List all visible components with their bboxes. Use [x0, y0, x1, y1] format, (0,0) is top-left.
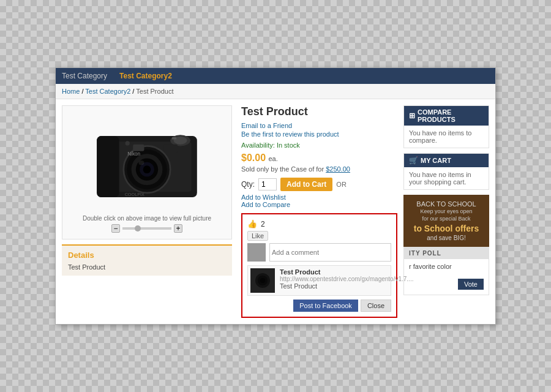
bts-line1: BACK TO SCHOOL [408, 200, 484, 208]
nav-item-category1[interactable]: Test Category [62, 72, 107, 80]
bts-line5: and save BIG! [408, 234, 484, 242]
content-area: Nikon COOLPIX Double click on above imag… [56, 99, 495, 324]
browser-window: Test Category Test Category2 Home / Test… [55, 67, 496, 325]
fb-buttons: Post to Facebook Close [247, 300, 391, 312]
svg-point-17 [126, 141, 130, 145]
close-button[interactable]: Close [361, 300, 391, 312]
cart-body: You have no items in your shopping cart. [404, 167, 489, 189]
product-image-area: Nikon COOLPIX Double click on above imag… [62, 105, 232, 239]
sidebar: ⊞ COMPARE PRODUCTS You have no items to … [403, 105, 489, 318]
vote-button[interactable]: Vote [458, 279, 484, 290]
zoom-out-btn[interactable]: − [111, 224, 120, 233]
poll-body: r favorite color [404, 259, 489, 274]
zoom-in-btn[interactable]: + [174, 224, 182, 233]
review-link[interactable]: Be the first to review this product [241, 130, 397, 138]
qty-input[interactable] [258, 178, 277, 190]
compare-body: You have no items to compare. [404, 126, 489, 148]
qty-label: Qty: [241, 180, 255, 189]
cart-header: 🛒 MY CART [404, 154, 489, 167]
svg-rect-2 [97, 136, 119, 197]
nav-bar: Test Category Test Category2 [56, 68, 495, 84]
compare-widget: ⊞ COMPARE PRODUCTS You have no items to … [403, 105, 489, 148]
back-to-school-banner: BACK TO SCHOOL Keep your eyes open for o… [403, 195, 489, 247]
compare-title: COMPARE PRODUCTS [418, 108, 484, 123]
details-section: Details Test Product [62, 244, 232, 276]
like-btn-row: Like [247, 231, 391, 241]
availability-value: In stock [277, 141, 300, 149]
email-friend-link[interactable]: Email to a Friend [241, 122, 397, 129]
comment-input[interactable] [269, 243, 391, 262]
availability: Availability: In stock [241, 141, 397, 149]
like-button[interactable]: Like [247, 231, 268, 241]
breadcrumb-home[interactable]: Home [62, 88, 80, 95]
breadcrumb: Home / Test Category2 / Test Product [56, 84, 495, 99]
or-text: OR [336, 181, 347, 188]
like-row: 👍 2 [247, 219, 391, 228]
poll-header: ITY POLL [404, 247, 489, 259]
preview-url: http://www.opentestdrive.com/gx/magento/… [280, 276, 413, 282]
bts-line4: to School offers [408, 223, 484, 234]
community-poll: ITY POLL r favorite color Vote [403, 247, 489, 295]
like-count: 2 [261, 220, 265, 228]
poll-vote-area: Vote [404, 274, 489, 295]
preview-title: Test Product [280, 268, 413, 276]
breadcrumb-current: Test Product [136, 88, 173, 95]
bts-line3: for our special Back [408, 216, 484, 223]
svg-text:COOLPIX: COOLPIX [125, 192, 144, 197]
svg-point-10 [143, 165, 151, 173]
add-to-compare-link[interactable]: Add to Compare [241, 201, 397, 208]
svg-rect-13 [163, 145, 178, 153]
zoom-handle [135, 225, 141, 232]
comment-avatar [247, 243, 266, 262]
price: $0.00 ea. [241, 153, 397, 164]
cart-icon: 🛒 [409, 156, 418, 165]
preview-desc: Test Product [280, 282, 413, 290]
compare-header: ⊞ COMPARE PRODUCTS [404, 106, 489, 126]
thumbs-up-icon: 👍 [247, 219, 257, 228]
wishlist-links: Add to Wishlist Add to Compare [241, 194, 397, 208]
bts-line2: Keep your eyes open [408, 208, 484, 216]
compare-icon: ⊞ [409, 111, 415, 120]
svg-text:Nikon: Nikon [127, 151, 140, 157]
add-to-wishlist-link[interactable]: Add to Wishlist [241, 194, 397, 201]
preview-thumbnail [250, 268, 275, 293]
svg-rect-12 [133, 145, 144, 151]
svg-rect-16 [172, 137, 176, 140]
facebook-preview: Test Product http://www.opentestdrive.co… [247, 265, 391, 296]
details-text: Test Product [68, 263, 226, 271]
post-to-facebook-button[interactable]: Post to Facebook [293, 300, 358, 312]
details-title: Details [68, 251, 226, 260]
svg-point-18 [138, 160, 144, 165]
product-image: Nikon COOLPIX [86, 112, 208, 210]
zoom-slider[interactable] [122, 227, 171, 230]
price-note: Sold only by the Case of for $250.00 [241, 165, 397, 173]
nav-item-category2[interactable]: Test Category2 [119, 72, 172, 80]
breadcrumb-category[interactable]: Test Category2 [85, 88, 130, 95]
cart-title: MY CART [421, 157, 451, 164]
product-title: Test Product [241, 105, 397, 118]
qty-row: Qty: Add to Cart OR [241, 178, 397, 191]
product-main: Nikon COOLPIX Double click on above imag… [62, 105, 232, 318]
comment-area [247, 243, 391, 262]
add-to-cart-button[interactable]: Add to Cart [280, 178, 332, 191]
case-price-link[interactable]: $250.00 [326, 165, 350, 173]
image-caption: Double click on above image to view full… [69, 215, 225, 222]
zoom-controls: − + [69, 224, 225, 233]
svg-point-22 [260, 278, 265, 283]
social-area: 👍 2 Like [241, 213, 397, 318]
cart-widget: 🛒 MY CART You have no items in your shop… [403, 153, 489, 190]
preview-info: Test Product http://www.opentestdrive.co… [280, 268, 413, 293]
product-info: Test Product Email to a Friend Be the fi… [238, 105, 397, 318]
